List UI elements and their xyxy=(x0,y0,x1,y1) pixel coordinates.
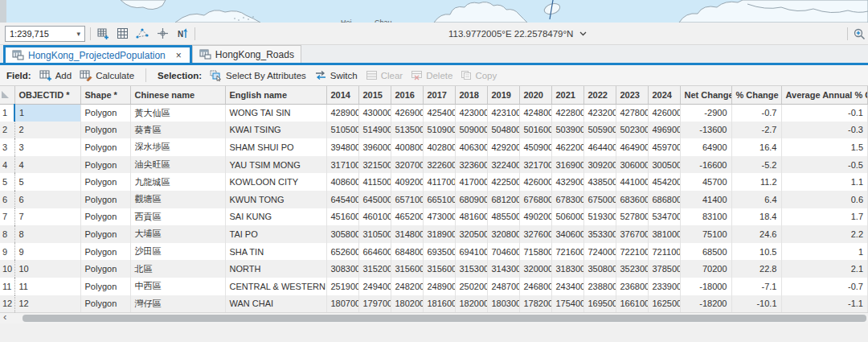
cell[interactable]: 426000 xyxy=(648,104,680,122)
cell[interactable]: 681200 xyxy=(487,191,519,208)
table-row[interactable]: 66Polygon觀塘區KWUN TONG6454006450006571006… xyxy=(0,191,868,208)
cell[interactable]: 657100 xyxy=(391,191,423,208)
cell[interactable]: 417000 xyxy=(455,173,487,191)
cell[interactable]: 422800 xyxy=(551,104,583,122)
cell[interactable]: 64900 xyxy=(680,138,731,156)
select-by-attributes-button[interactable]: Select By Attributes xyxy=(210,70,306,81)
table-row[interactable]: 1010Polygon北區NORTH3083003152003156003156… xyxy=(0,260,868,278)
cell[interactable]: Polygon xyxy=(80,208,130,226)
cell[interactable]: KWUN TONG xyxy=(225,191,326,208)
cell[interactable]: 527800 xyxy=(616,208,648,226)
cell[interactable]: 22.8 xyxy=(731,260,781,278)
cell[interactable]: 320500 xyxy=(455,225,487,243)
cell[interactable]: 182000 xyxy=(455,295,487,312)
cell[interactable]: 680900 xyxy=(455,191,487,208)
column-header[interactable]: 2014 xyxy=(326,86,358,104)
cell[interactable]: 519300 xyxy=(583,208,616,226)
cell[interactable]: 黃大仙區 xyxy=(130,104,225,122)
cell[interactable]: -7.1 xyxy=(731,278,781,295)
cell[interactable]: -10.1 xyxy=(731,295,781,312)
cell[interactable]: 323600 xyxy=(455,156,487,174)
cell[interactable]: 249400 xyxy=(358,278,391,295)
cell[interactable]: 506000 xyxy=(551,208,583,226)
cell[interactable]: 408600 xyxy=(326,173,358,191)
cell[interactable]: 645400 xyxy=(326,191,358,208)
cell[interactable]: 504800 xyxy=(487,122,519,139)
column-header[interactable]: 2021 xyxy=(551,86,583,104)
cell[interactable]: 406300 xyxy=(455,138,487,156)
measure-path-icon[interactable] xyxy=(136,27,149,40)
scroll-left-icon[interactable]: ‹ xyxy=(3,311,6,323)
cell[interactable]: 248700 xyxy=(487,278,519,295)
cell[interactable]: 693500 xyxy=(423,243,455,261)
table-row[interactable]: 22Polygon葵青區KWAI TSING510500514900513500… xyxy=(0,122,868,139)
cell[interactable]: -18200 xyxy=(680,295,731,312)
cell[interactable]: 510900 xyxy=(423,122,455,139)
cell[interactable]: 428900 xyxy=(326,104,358,122)
tab-hongkong-projectedpopulation[interactable]: HongKong_ProjectedPopulation × xyxy=(3,45,192,63)
cell[interactable]: 246800 xyxy=(519,278,551,295)
row-number[interactable]: 6 xyxy=(0,191,14,208)
column-header[interactable]: 2018 xyxy=(455,86,487,104)
cell[interactable]: 721600 xyxy=(551,243,583,261)
table-row[interactable]: 11Polygon黃大仙區WONG TAI SIN428900430000426… xyxy=(0,104,868,122)
cell[interactable]: KOWLOON CITY xyxy=(225,173,326,191)
cell[interactable]: 179700 xyxy=(358,295,391,312)
cell[interactable]: -1.1 xyxy=(781,295,868,312)
column-header[interactable]: Shape * xyxy=(80,86,130,104)
cell[interactable]: 353300 xyxy=(583,225,616,243)
coordinate-readout[interactable]: 113.9772005°E 22.2578479°N xyxy=(448,23,587,45)
cell[interactable]: Polygon xyxy=(80,278,130,295)
cell[interactable]: 10.5 xyxy=(731,243,781,261)
column-header[interactable]: Chinese name xyxy=(130,86,225,104)
cell[interactable]: -5.2 xyxy=(731,156,781,174)
row-number[interactable]: 10 xyxy=(0,260,14,278)
cell[interactable]: 九龍城區 xyxy=(130,173,225,191)
cell[interactable]: 465200 xyxy=(391,208,423,226)
cell[interactable]: KWAI TSING xyxy=(225,122,326,139)
cell[interactable]: 318900 xyxy=(423,225,455,243)
cell[interactable]: 441000 xyxy=(616,173,648,191)
row-number[interactable]: 12 xyxy=(0,295,14,312)
cell[interactable]: 683600 xyxy=(616,191,648,208)
table-row[interactable]: 77Polygon西貢區SAI KUNG45160046010046520047… xyxy=(0,208,868,226)
row-number[interactable]: 7 xyxy=(0,208,14,226)
cell[interactable]: 248900 xyxy=(423,278,455,295)
cell[interactable]: 180300 xyxy=(487,295,519,312)
cell[interactable]: -0.5 xyxy=(781,156,868,174)
cell[interactable]: 429200 xyxy=(487,138,519,156)
row-number[interactable]: 3 xyxy=(0,138,14,156)
cell[interactable]: 423000 xyxy=(455,104,487,122)
cell[interactable]: 6 xyxy=(14,191,80,208)
cell[interactable]: Polygon xyxy=(80,156,130,174)
cell[interactable]: 496900 xyxy=(648,122,680,139)
cell[interactable]: -2900 xyxy=(680,104,731,122)
cell[interactable]: 300500 xyxy=(648,156,680,174)
column-header[interactable]: 2024 xyxy=(648,86,680,104)
cell[interactable]: 411700 xyxy=(423,173,455,191)
cell[interactable]: 454200 xyxy=(648,173,680,191)
cell[interactable]: 450900 xyxy=(519,138,551,156)
select-all-corner[interactable] xyxy=(0,86,14,104)
cell[interactable]: 426900 xyxy=(391,104,423,122)
cell[interactable]: 321700 xyxy=(519,156,551,174)
cell[interactable]: 2.1 xyxy=(781,260,868,278)
cell[interactable]: 1.5 xyxy=(781,138,868,156)
cell[interactable]: 308300 xyxy=(326,260,358,278)
cell[interactable]: 11 xyxy=(14,278,80,295)
copy-selection-button[interactable]: Copy xyxy=(461,70,497,80)
cell[interactable]: 18.4 xyxy=(731,208,781,226)
cell[interactable]: YAU TSIM MONG xyxy=(225,156,326,174)
cell[interactable]: 169500 xyxy=(583,295,616,312)
map-view[interactable]: Hei Chau xyxy=(0,0,868,23)
cell[interactable]: Polygon xyxy=(80,138,130,156)
cell[interactable]: 250200 xyxy=(455,278,487,295)
cell[interactable]: -0.1 xyxy=(781,104,868,122)
cell[interactable]: 16.4 xyxy=(731,138,781,156)
cell[interactable]: 678300 xyxy=(551,191,583,208)
cell[interactable]: 721100 xyxy=(648,243,680,261)
switch-selection-button[interactable]: Switch xyxy=(314,70,358,80)
cell[interactable]: 灣仔區 xyxy=(130,295,225,312)
cell[interactable]: 0.6 xyxy=(781,191,868,208)
cell[interactable]: TAI PO xyxy=(225,225,326,243)
